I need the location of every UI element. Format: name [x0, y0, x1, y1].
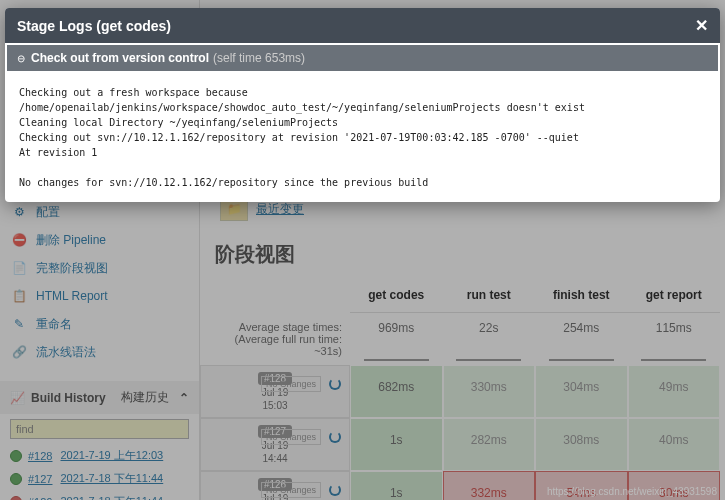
modal-body: Checking out a fresh workspace because /… [5, 73, 720, 202]
modal-selftime: (self time 653ms) [213, 51, 305, 65]
modal-title: Stage Logs (get codes) [17, 18, 171, 34]
modal-header: Stage Logs (get codes) ✕ [5, 8, 720, 43]
close-icon[interactable]: ✕ [695, 16, 708, 35]
watermark: https://blog.csdn.net/weixin_43931598 [547, 486, 717, 497]
stage-logs-modal: Stage Logs (get codes) ✕ ⊖ Check out fro… [5, 8, 720, 202]
collapse-icon: ⊖ [17, 53, 25, 64]
modal-sub-header[interactable]: ⊖ Check out from version control (self t… [7, 45, 718, 71]
modal-sub-label: Check out from version control [31, 51, 209, 65]
